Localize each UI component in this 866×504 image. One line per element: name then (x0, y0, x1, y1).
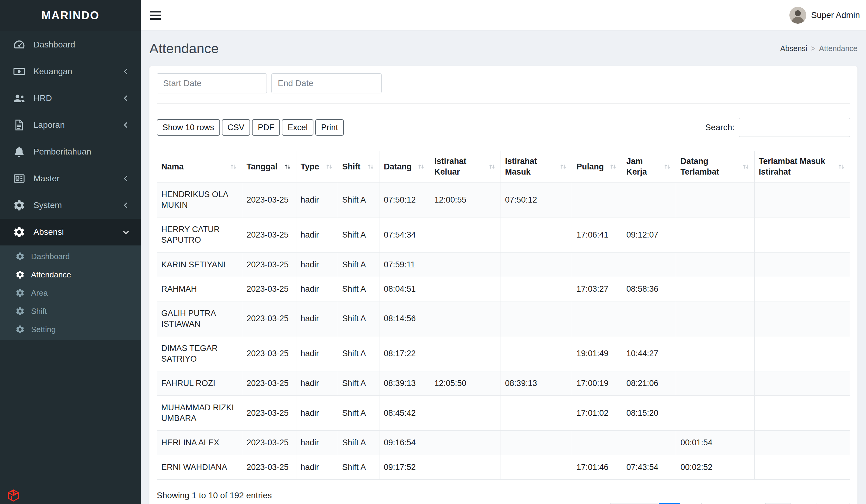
cell-tanggal: 2023-03-25 (242, 455, 296, 479)
column-header-jam-kerja[interactable]: Jam Kerja (622, 151, 676, 182)
column-header-terlambat-masuk-istirahat[interactable]: Terlambat Masuk Istirahat (754, 151, 850, 182)
page-link-1[interactable]: 1 (659, 503, 680, 504)
column-label: Datang (384, 161, 412, 172)
column-header-type[interactable]: Type (296, 151, 338, 182)
sidebar-item-label: Dashboard (33, 40, 75, 49)
cell-terlambat-masuk-istirahat (754, 277, 850, 301)
sidebar-subitem-label: Shift (31, 306, 47, 316)
sidebar-item-laporan[interactable]: Laporan (0, 112, 141, 138)
sidebar-item-pemberitahuan[interactable]: Pemberitahuan (0, 138, 141, 165)
cell-datang: 08:17:22 (379, 336, 430, 371)
print-button[interactable]: Print (315, 119, 344, 136)
column-header-shift[interactable]: Shift (338, 151, 379, 182)
cell-datang-terlambat (676, 336, 754, 371)
sidebar-item-system[interactable]: System (0, 192, 141, 219)
cell-type: hadir (296, 301, 338, 336)
cell-jam-kerja: 07:43:54 (622, 455, 676, 479)
sidebar-subitem-dashboard[interactable]: Dashboard (0, 247, 141, 266)
page-link-5[interactable]: 5 (744, 503, 766, 504)
cell-terlambat-masuk-istirahat (754, 455, 850, 479)
page-item-2: 2 (680, 503, 702, 504)
breadcrumb-separator: > (811, 44, 815, 53)
column-header-datang[interactable]: Datang (379, 151, 430, 182)
column-label: Jam Kerja (626, 156, 660, 177)
content: Attendance Absensi > Attendance Show 10 … (141, 31, 866, 504)
cell-nama: RAHMAH (157, 277, 242, 301)
sidebar-item-dashboard[interactable]: Dashboard (0, 31, 141, 58)
column-header-tanggal[interactable]: Tanggal (242, 151, 296, 182)
sidebar-subitem-attendance[interactable]: Attendance (0, 266, 141, 284)
cell-terlambat-masuk-istirahat (754, 182, 850, 217)
money-icon (13, 65, 25, 78)
sort-icon (609, 162, 618, 171)
chevron-left-icon (121, 67, 131, 76)
cell-istirahat-keluar (430, 217, 501, 253)
cell-tanggal: 2023-03-25 (242, 336, 296, 371)
cell-nama: KARIN SETIYANI (157, 253, 242, 277)
page-link-20[interactable]: 20 (790, 503, 817, 504)
sidebar-subitem-setting[interactable]: Setting (0, 320, 141, 338)
cell-shift: Shift A (338, 182, 379, 217)
sort-icon (366, 162, 375, 171)
cell-istirahat-masuk (501, 431, 572, 455)
brand-logo[interactable]: MARINDO (0, 0, 141, 31)
sidebar-item-label: Keuangan (33, 67, 73, 76)
page-link-2[interactable]: 2 (680, 503, 702, 504)
cell-type: hadir (296, 431, 338, 455)
column-header-nama[interactable]: Nama (157, 151, 242, 182)
cell-nama: MUHAMMAD RIZKI UMBARA (157, 396, 242, 431)
page-item-3: 3 (702, 503, 723, 504)
page-link-previous[interactable]: Previous (610, 503, 659, 504)
column-header-datang-terlambat[interactable]: Datang Terlambat (676, 151, 754, 182)
sort-icon (663, 162, 671, 171)
sidebar-item-label: Absensi (33, 227, 64, 237)
topbar: Super Admin (141, 0, 866, 31)
page-link-next[interactable]: Next (816, 503, 850, 504)
column-label: Tanggal (246, 161, 278, 172)
cell-istirahat-masuk (501, 253, 572, 277)
search-input[interactable] (739, 118, 850, 137)
sidebar-item-master[interactable]: Master (0, 165, 141, 192)
start-date-input[interactable] (157, 73, 267, 93)
sidebar-subitem-area[interactable]: Area (0, 284, 141, 302)
column-header-pulang[interactable]: Pulang (572, 151, 622, 182)
cell-istirahat-keluar (430, 277, 501, 301)
sidebar-item-hrd[interactable]: HRD (0, 85, 141, 112)
user-menu[interactable]: Super Admin (789, 7, 860, 24)
cell-istirahat-masuk (501, 396, 572, 431)
excel-button[interactable]: Excel (282, 119, 313, 136)
cell-tanggal: 2023-03-25 (242, 182, 296, 217)
cell-jam-kerja (622, 253, 676, 277)
column-header-istirahat-keluar[interactable]: Istirahat Keluar (430, 151, 501, 182)
sidebar: MARINDO DashboardKeuanganHRDLaporanPembe… (0, 0, 141, 504)
pdf-button[interactable]: PDF (252, 119, 280, 136)
sort-icon (488, 162, 496, 171)
menu-toggle-button[interactable] (148, 9, 163, 22)
end-date-input[interactable] (271, 73, 381, 93)
show-10-rows-button[interactable]: Show 10 rows (157, 119, 220, 136)
cell-jam-kerja: 10:44:27 (622, 336, 676, 371)
cell-istirahat-keluar (430, 455, 501, 479)
sidebar-item-keuangan[interactable]: Keuangan (0, 58, 141, 85)
column-header-istirahat-masuk[interactable]: Istirahat Masuk (501, 151, 572, 182)
cell-shift: Shift A (338, 301, 379, 336)
cell-istirahat-keluar (430, 396, 501, 431)
cell-pulang (572, 253, 622, 277)
cell-type: hadir (296, 455, 338, 479)
cell-terlambat-masuk-istirahat (754, 371, 850, 396)
table-body: HENDRIKUS OLA MUKIN2023-03-25hadirShift … (157, 182, 850, 479)
sidebar-subitem-shift[interactable]: Shift (0, 302, 141, 320)
sidebar-subitem-label: Area (31, 288, 48, 298)
cell-shift: Shift A (338, 455, 379, 479)
breadcrumb-link-absensi[interactable]: Absensi (780, 44, 807, 53)
chevron-left-icon (121, 201, 131, 210)
sidebar-item-absensi[interactable]: Absensi (0, 219, 141, 245)
page-title: Attendance (149, 41, 219, 57)
page-link-3[interactable]: 3 (701, 503, 723, 504)
cell-istirahat-masuk: 08:39:13 (501, 371, 572, 396)
cell-jam-kerja: 08:21:06 (622, 371, 676, 396)
page-link-4[interactable]: 4 (723, 503, 744, 504)
csv-button[interactable]: CSV (222, 119, 251, 136)
gear-icon (15, 251, 25, 261)
page-link-ellipsis[interactable]: … (765, 503, 790, 504)
